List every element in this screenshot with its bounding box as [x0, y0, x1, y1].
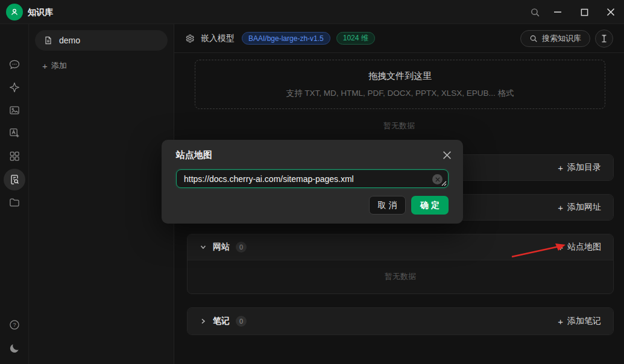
files-empty-text: 暂无数据 [174, 121, 624, 131]
cancel-button[interactable]: 取 消 [369, 196, 406, 215]
clear-icon [435, 177, 440, 182]
sidebar-item-files[interactable] [8, 196, 20, 209]
main-header: 嵌入模型 BAAI/bge-large-zh-v1.5 1024 维 搜索知识库 [174, 24, 624, 53]
window-minimize-button[interactable] [548, 2, 567, 22]
search-knowledge-button[interactable]: 搜索知识库 [520, 30, 590, 47]
sidebar-item-theme-toggle[interactable] [8, 342, 20, 354]
translate-icon [8, 127, 20, 139]
help-icon: ? [8, 319, 20, 331]
add-url-label: 添加网址 [567, 202, 601, 213]
section-website-header[interactable]: 网站 0 + 站点地图 [188, 234, 613, 260]
sidebar-item-help[interactable]: ? [8, 319, 20, 331]
window-close-button[interactable] [601, 2, 620, 22]
user-icon [10, 7, 19, 17]
sidebar-item-knowledge-base[interactable] [8, 174, 20, 186]
plus-icon: + [42, 61, 48, 71]
website-empty-text: 暂无数据 [188, 260, 613, 293]
knowledge-list-panel: demo + 添加 [29, 24, 174, 364]
dropzone-title: 拖拽文件到这里 [368, 71, 432, 82]
dimension-badge: 1024 维 [336, 32, 375, 45]
moon-icon [8, 342, 20, 354]
plus-icon: + [558, 163, 563, 172]
apps-grid-icon [8, 150, 20, 162]
titlebar: 知识库 [0, 0, 624, 24]
knowledge-base-item-demo[interactable]: demo [35, 30, 168, 51]
dropzone-formats: 支持 TXT, MD, HTML, PDF, DOCX, PPTX, XLSX,… [286, 88, 514, 99]
sidebar-item-paintings[interactable] [8, 104, 20, 116]
file-dropzone[interactable]: 拖拽文件到这里 支持 TXT, MD, HTML, PDF, DOCX, PPT… [195, 60, 605, 109]
add-sitemap-label: 站点地图 [567, 242, 601, 253]
chat-icon [8, 58, 20, 71]
sidebar-item-chat[interactable] [8, 58, 20, 71]
chevron-right-icon [200, 318, 207, 325]
quota-button[interactable] [595, 30, 613, 48]
section-website-title: 网站 [213, 242, 230, 253]
document-icon [43, 36, 53, 45]
close-icon [607, 8, 615, 16]
search-icon [530, 7, 540, 17]
embed-settings-gear-icon[interactable] [185, 34, 195, 43]
modal-close-button[interactable] [441, 149, 452, 160]
section-website: 网站 0 + 站点地图 暂无数据 [187, 234, 614, 294]
embed-model-label: 嵌入模型 [201, 33, 235, 44]
plus-icon: + [558, 243, 563, 252]
search-knowledge-label: 搜索知识库 [542, 33, 581, 44]
section-notes-title: 笔记 [213, 316, 230, 327]
avatar[interactable] [6, 4, 23, 20]
add-knowledge-base-button[interactable]: + 添加 [42, 60, 67, 71]
nav-sidebar: ? [0, 24, 29, 364]
search-icon [529, 34, 538, 43]
notes-count-badge: 0 [236, 316, 247, 327]
modal-title: 站点地图 [176, 149, 212, 161]
website-count-badge: 0 [236, 242, 247, 253]
add-knowledge-base-label: 添加 [51, 60, 67, 71]
knowledge-base-icon [8, 174, 20, 186]
add-note-label: 添加笔记 [567, 316, 601, 327]
section-notes: 笔记 0 + 添加笔记 [187, 307, 614, 335]
model-badge: BAAI/bge-large-zh-v1.5 [242, 32, 330, 45]
ibeam-icon [600, 34, 608, 43]
sidebar-item-minapps[interactable] [8, 150, 20, 162]
confirm-button[interactable]: 确 定 [411, 196, 449, 215]
image-icon [8, 104, 20, 116]
sitemap-modal: 站点地图 https://docs.cherry-ai.com/sitemap-… [162, 140, 463, 224]
add-sitemap-button[interactable]: + 站点地图 [558, 242, 601, 253]
add-note-button[interactable]: + 添加笔记 [558, 316, 601, 327]
add-directory-label: 添加目录 [567, 162, 601, 173]
maximize-icon [581, 8, 588, 16]
folder-icon [8, 196, 20, 209]
add-url-button[interactable]: + 添加网址 [558, 202, 601, 213]
page-title: 知识库 [28, 0, 53, 24]
sparkle-icon [8, 81, 20, 93]
close-icon [443, 151, 452, 160]
sitemap-url-input[interactable]: https://docs.cherry-ai.com/sitemap-pages… [176, 169, 449, 188]
sidebar-item-agents[interactable] [8, 81, 20, 93]
titlebar-search-button[interactable] [525, 2, 544, 22]
svg-text:?: ? [13, 322, 16, 328]
add-directory-button[interactable]: + 添加目录 [558, 162, 601, 173]
plus-icon: + [558, 317, 563, 326]
minimize-icon [553, 8, 562, 16]
chevron-down-icon [200, 243, 207, 251]
sidebar-item-translate[interactable] [8, 127, 20, 139]
sitemap-url-input-text: https://docs.cherry-ai.com/sitemap-pages… [184, 174, 354, 184]
section-notes-header[interactable]: 笔记 0 + 添加笔记 [188, 308, 613, 334]
modal-actions: 取 消 确 定 [369, 196, 449, 215]
resize-grip[interactable] [441, 180, 447, 186]
plus-icon: + [558, 203, 563, 212]
window-maximize-button[interactable] [575, 2, 594, 22]
knowledge-base-name: demo [59, 36, 80, 45]
